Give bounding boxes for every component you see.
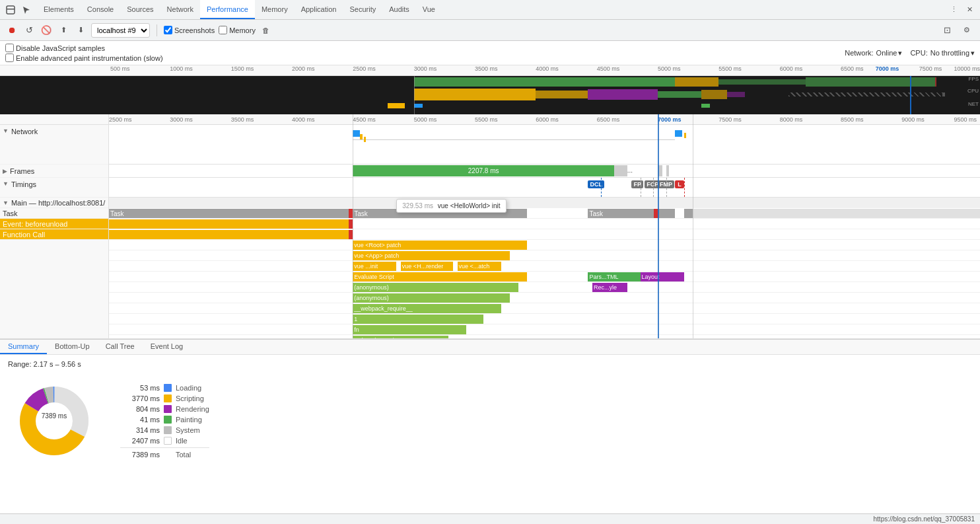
- l-line: [684, 178, 685, 197]
- legend-system-color: [164, 426, 172, 434]
- frames-section-label[interactable]: ▶ Frames: [0, 165, 108, 178]
- disable-js-row: Disable JavaScript samples: [5, 44, 163, 52]
- recycle-label: Rec...yle: [594, 284, 617, 291]
- tab-bottom-up[interactable]: Bottom-Up: [47, 340, 98, 354]
- fmp-line: [666, 178, 667, 197]
- task-bar-right: Task: [588, 209, 658, 218]
- cpu-dropdown[interactable]: No throttling ▾: [930, 49, 975, 57]
- vue-atch-bar: vue <...atch: [458, 262, 501, 271]
- frames-bar-4: [666, 165, 669, 176]
- tab-performance[interactable]: Performance: [200, 0, 255, 19]
- vue-sub-row: vue ...init vue <H...render vue <...atch: [109, 261, 980, 272]
- timeline-content[interactable]: 2500 ms 3000 ms 3500 ms 4000 ms 4500 ms …: [109, 114, 980, 338]
- record-btn[interactable]: ⏺: [5, 24, 18, 37]
- fps-overview-label: FPS: [968, 76, 979, 82]
- enable-paint-checkbox[interactable]: [5, 54, 14, 62]
- anon-bar-1: (anonymous): [353, 283, 518, 292]
- screenshots-checkbox-label[interactable]: Screenshots: [164, 26, 215, 34]
- clear-btn[interactable]: 🚫: [40, 24, 53, 37]
- reload-record-btn[interactable]: ↺: [22, 24, 36, 37]
- profile-select[interactable]: localhost #9: [91, 23, 150, 38]
- network-bar-1: [353, 130, 360, 137]
- legend-total: 7389 ms Total: [120, 447, 209, 459]
- vue-render-bar: vue <H...render: [401, 262, 453, 271]
- fp-badge: FP: [631, 180, 643, 188]
- main-section-label[interactable]: ▼ Main — http://localhost:8081/: [0, 198, 108, 208]
- fn-bar: fn: [353, 325, 466, 334]
- tab-summary[interactable]: Summary: [0, 340, 47, 354]
- event-row: [109, 219, 980, 229]
- dock-btn[interactable]: ⊡: [939, 22, 955, 38]
- tab-event-log[interactable]: Event Log: [143, 340, 192, 354]
- tab-application[interactable]: Application: [295, 0, 343, 19]
- frames-bar: 2207.8 ms: [353, 165, 614, 176]
- frames-bar-2: [614, 165, 627, 176]
- legend-system-ms: 314 ms: [120, 426, 160, 434]
- one-bar: 1: [353, 315, 483, 324]
- tab-elements[interactable]: Elements: [37, 0, 81, 19]
- disable-js-checkbox[interactable]: [5, 44, 14, 52]
- settings-btn[interactable]: ⚙: [959, 22, 975, 38]
- timings-row: DCL FP FCP FMP L: [109, 178, 980, 198]
- timings-section-label[interactable]: ▼ Timings: [0, 178, 108, 198]
- network-bar-3: [364, 137, 366, 142]
- upload-btn[interactable]: ⬆: [57, 24, 70, 37]
- tab-memory[interactable]: Memory: [255, 0, 295, 19]
- vue-root-bar: vue <Root> patch: [353, 241, 527, 250]
- enable-paint-label[interactable]: Enable advanced paint instrumentation (s…: [5, 54, 163, 62]
- screenshots-checkbox[interactable]: [164, 26, 172, 34]
- network-row: [109, 125, 980, 165]
- tab-call-tree[interactable]: Call Tree: [98, 340, 143, 354]
- frames-bar-3: [658, 165, 662, 176]
- legend-scripting-ms: 3770 ms: [120, 394, 160, 402]
- download-btn[interactable]: ⬇: [74, 24, 87, 37]
- vue-init-bar: vue ...init: [353, 262, 396, 271]
- tab-security[interactable]: Security: [343, 0, 382, 19]
- one-row: 1: [109, 314, 980, 324]
- task-bar-left: Task: [109, 209, 353, 218]
- range-text: Range: 2.17 s – 9.56 s: [8, 360, 972, 368]
- webpack-require-label: webpack_require: [354, 337, 400, 338]
- legend-idle-label: Idle: [176, 437, 188, 445]
- parshtml-bar: Pars...TML: [588, 272, 640, 281]
- overview-ruler: 500 ms 1000 ms 1500 ms 2000 ms 2500 ms 3…: [0, 65, 980, 76]
- vue-app-label: vue <App> patch: [354, 252, 399, 259]
- anon-bar-2: (anonymous): [353, 293, 509, 303]
- hover-tooltip: 329.53 ms vue <HelloWorld> init: [396, 199, 506, 213]
- bottom-panel: Summary Bottom-Up Call Tree Event Log Ra…: [0, 339, 980, 484]
- tab-sources[interactable]: Sources: [120, 0, 160, 19]
- evaluate-row: Evaluate Script Pars...TML Layout: [109, 272, 980, 282]
- tab-console[interactable]: Console: [81, 0, 120, 19]
- tab-vue[interactable]: Vue: [416, 0, 442, 19]
- more-options-btn[interactable]: ⋮: [946, 2, 962, 18]
- memory-checkbox-label[interactable]: Memory: [219, 26, 256, 34]
- frames-label: 2207.8 ms: [468, 167, 499, 174]
- tooltip-time: 329.53 ms: [402, 202, 433, 209]
- parshtml-label: Pars...TML: [589, 274, 618, 280]
- frames-row: 2207.8 ms ···: [109, 165, 980, 178]
- timings-label-text: Timings: [11, 180, 36, 188]
- delete-recordings-btn[interactable]: 🗑: [260, 24, 273, 37]
- donut-chart: 7389 ms: [15, 381, 94, 461]
- bottom-content: Range: 2.17 s – 9.56 s: [0, 355, 980, 484]
- legend-painting-color: [164, 416, 172, 424]
- main-timeline: ▼ Network ▶ Frames ▼ Timings ▼ Main — ht…: [0, 114, 980, 339]
- devtools-toggle-btn[interactable]: [3, 2, 18, 18]
- network-section-label[interactable]: ▼ Network: [0, 125, 108, 165]
- tab-audits[interactable]: Audits: [382, 0, 416, 19]
- legend-loading: 53 ms Loading: [120, 384, 209, 392]
- close-devtools-btn[interactable]: ✕: [962, 2, 977, 18]
- tab-network[interactable]: Network: [160, 0, 200, 19]
- performance-toolbar: ⏺ ↺ 🚫 ⬆ ⬇ localhost #9 Screenshots Memor…: [0, 20, 980, 41]
- layout-bar: Layout: [641, 272, 684, 281]
- network-baseline: [353, 139, 675, 140]
- inspect-btn[interactable]: [18, 2, 34, 18]
- evaluate-bar: Evaluate Script: [353, 272, 527, 281]
- memory-checkbox[interactable]: [219, 26, 227, 34]
- disable-js-label[interactable]: Disable JavaScript samples: [5, 44, 105, 52]
- frames-label-text: Frames: [10, 167, 34, 175]
- network-dropdown[interactable]: Online ▾: [876, 49, 903, 57]
- event-bar: [109, 219, 353, 229]
- frames-more-indicator: ···: [627, 168, 633, 176]
- disable-js-text: Disable JavaScript samples: [16, 44, 105, 52]
